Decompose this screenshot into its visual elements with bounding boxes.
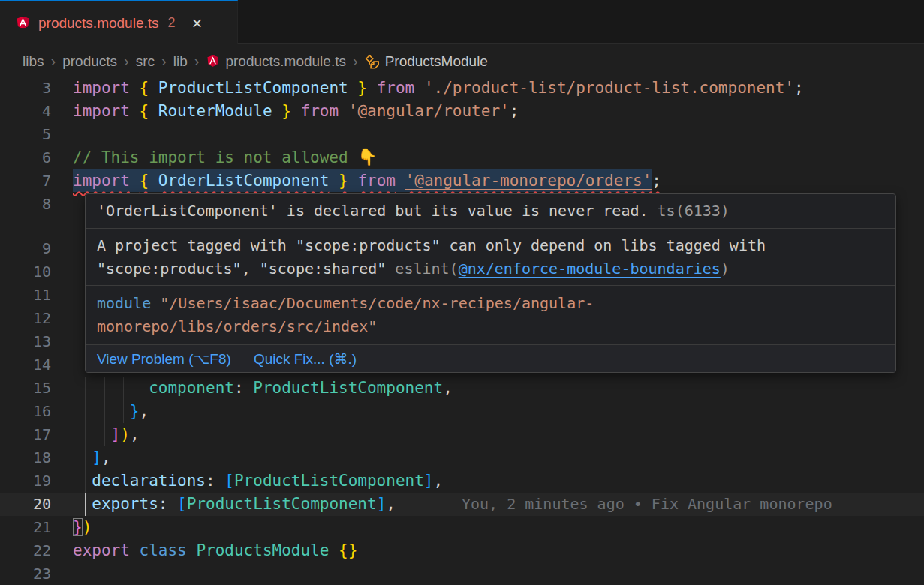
code-line-16[interactable]: 16 }, [0, 400, 924, 423]
breadcrumb-item-productsmodule[interactable]: ProductsModule [365, 53, 488, 70]
breadcrumb-item-lib[interactable]: lib [173, 53, 188, 70]
module-path-line2: monorepo/libs/orders/src/index" [97, 317, 377, 335]
line-number[interactable]: 9 [0, 237, 51, 260]
code-text: // This import is not allowed 👇 [73, 146, 378, 170]
line-number[interactable]: 13 [0, 330, 51, 353]
token: '@angular/router' [348, 102, 510, 120]
code-line-7[interactable]: 7import { OrderListComponent } from '@an… [0, 170, 924, 193]
token: , [443, 379, 453, 397]
token: export [73, 542, 130, 560]
line-number[interactable]: 21 [0, 516, 51, 539]
line-number[interactable]: 7 [0, 170, 51, 193]
code-line-5[interactable]: 5 [0, 123, 924, 146]
token [73, 495, 92, 513]
token [73, 379, 149, 397]
eslint-source-close: ) [721, 260, 730, 278]
breadcrumb-item-products-module-ts[interactable]: products.module.ts [206, 53, 346, 70]
code-text: ]), [73, 423, 140, 446]
token: } [281, 102, 291, 120]
token [73, 472, 92, 490]
code-line-19[interactable]: 19 declarations: [ProductListComponent], [0, 470, 924, 493]
line-number[interactable]: 10 [0, 260, 51, 284]
line-number[interactable]: 11 [0, 284, 51, 307]
token: ; [794, 79, 804, 97]
code-text: declarations: [ProductListComponent], [73, 470, 443, 493]
token: } [130, 402, 140, 420]
code-line-17[interactable]: 17 ]), [0, 423, 924, 446]
line-number[interactable]: 17 [0, 423, 51, 446]
token: ] [377, 495, 387, 513]
breadcrumb-label: lib [173, 53, 188, 70]
module-specifier-link[interactable]: '@angular-monorepo/orders' [405, 172, 652, 190]
token: , [434, 472, 444, 490]
code-text: exports: [ProductListComponent], [73, 493, 396, 516]
line-number[interactable]: 6 [0, 146, 51, 170]
token: ProductListComponent [158, 79, 348, 97]
token: : [206, 472, 224, 490]
token [272, 102, 282, 120]
token [187, 542, 197, 560]
token: : [158, 495, 177, 513]
code-line-20[interactable]: 20 exports: [ProductListComponent],You, … [0, 493, 924, 516]
token: component [149, 379, 234, 397]
breadcrumb-label: src [136, 53, 155, 70]
line-number[interactable]: 15 [0, 376, 51, 400]
token: [ [177, 495, 187, 513]
breadcrumb-label: libs [23, 53, 44, 70]
breadcrumb-item-products[interactable]: products [62, 53, 117, 70]
close-icon[interactable]: × [192, 14, 203, 32]
line-number[interactable]: 18 [0, 446, 51, 470]
token [414, 79, 424, 97]
token: class [140, 542, 187, 560]
breadcrumb-item-src[interactable]: src [136, 53, 155, 70]
token [73, 448, 92, 466]
token [339, 102, 348, 120]
eslint-rule-link[interactable]: @nx/enforce-module-boundaries [459, 260, 721, 278]
token: 👇 [357, 148, 377, 166]
breadcrumb-label: products [62, 53, 117, 70]
code-line-4[interactable]: 4import { RouterModule } from '@angular/… [0, 100, 924, 123]
breadcrumb-item-libs[interactable]: libs [23, 53, 44, 70]
line-number[interactable]: 12 [0, 307, 51, 330]
code-line-21[interactable]: 21}) [0, 516, 924, 539]
line-number[interactable]: 22 [0, 539, 51, 562]
token [367, 79, 377, 97]
module-path-line1: "/Users/isaac/Documents/code/nx-recipes/… [151, 294, 594, 312]
code-line-3[interactable]: 3import { ProductListComponent } from '.… [0, 76, 924, 100]
line-number[interactable]: 20 [0, 493, 51, 516]
line-number[interactable]: 3 [0, 76, 51, 100]
class-symbol-icon [365, 54, 380, 69]
view-problem-action[interactable]: View Problem (⌥F8) [97, 347, 231, 370]
token: [ [224, 472, 234, 490]
code-line-22[interactable]: 22export class ProductsModule {} [0, 539, 924, 562]
code-line-18[interactable]: 18 ], [0, 446, 924, 470]
token: ] [111, 425, 121, 443]
line-number[interactable]: 23 [0, 562, 51, 585]
token: import [73, 79, 130, 97]
code-line-6[interactable]: 6// This import is not allowed 👇 [0, 146, 924, 170]
code-line-15[interactable]: 15 component: ProductListComponent, [0, 376, 924, 400]
code-line-23[interactable]: 23 [0, 562, 924, 585]
breadcrumb-separator: › [161, 52, 167, 70]
token [130, 542, 140, 560]
line-number[interactable]: 16 [0, 400, 51, 423]
tab-products-module[interactable]: products.module.ts 2 × [0, 0, 238, 44]
line-number[interactable]: 19 [0, 470, 51, 493]
token [348, 172, 358, 190]
token [130, 102, 140, 120]
token [396, 172, 405, 190]
code-text: ], [73, 446, 111, 470]
code-text: import { RouterModule } from '@angular/r… [73, 100, 519, 123]
hover-module-path: module "/Users/isaac/Documents/code/nx-r… [86, 286, 895, 345]
breadcrumb-separator: › [353, 52, 358, 70]
line-number[interactable]: 5 [0, 123, 51, 146]
token: , [101, 448, 111, 466]
code-text: component: ProductListComponent, [73, 376, 453, 400]
line-number[interactable]: 4 [0, 100, 51, 123]
breadcrumb: libs›products›src›lib›products.module.ts… [0, 45, 924, 77]
code-text: export class ProductsModule {} [73, 539, 357, 562]
quick-fix-action[interactable]: Quick Fix... (⌘.) [254, 347, 357, 370]
line-number[interactable]: 8 [0, 193, 51, 216]
line-number[interactable]: 14 [0, 353, 51, 376]
token: import [73, 172, 130, 190]
